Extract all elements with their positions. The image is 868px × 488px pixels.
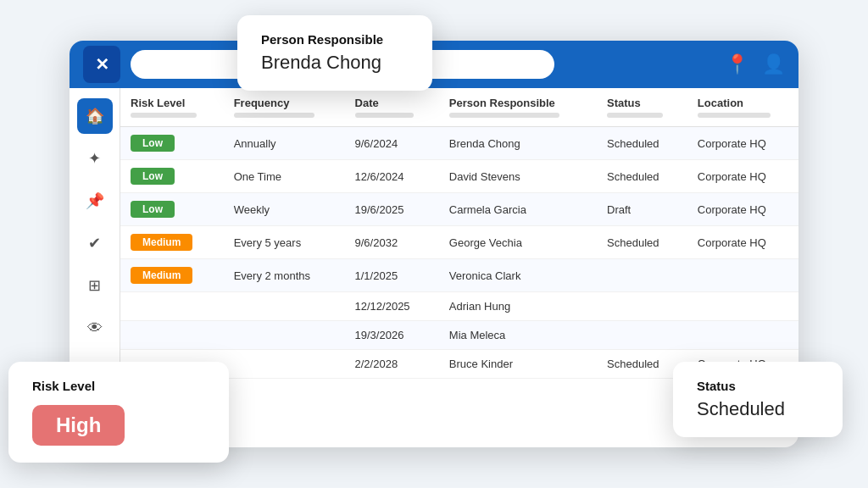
status-popup-label: Status <box>697 379 819 393</box>
cell-risk-level: Medium <box>120 259 224 292</box>
cell-status: Scheduled <box>597 226 687 259</box>
table-row[interactable]: LowWeekly19/6/2025Carmela GarciaDraftCor… <box>120 193 798 226</box>
cell-frequency: One Time <box>224 160 345 193</box>
cell-status <box>597 321 687 350</box>
cell-location: Corporate HQ <box>687 127 798 160</box>
cell-status: Scheduled <box>597 127 687 160</box>
col-date[interactable]: Date <box>345 88 439 127</box>
cell-person: Adrian Hung <box>439 292 597 321</box>
sidebar-item-home[interactable]: 🏠 <box>77 98 113 134</box>
user-icon[interactable]: 👤 <box>762 53 785 75</box>
cell-status <box>597 259 687 292</box>
cell-date: 19/3/2026 <box>345 321 439 350</box>
risk-popup: Risk Level High <box>8 362 229 463</box>
sidebar-item-share[interactable]: ✦ <box>77 141 113 176</box>
table-row[interactable]: 12/12/2025Adrian Hung <box>120 292 798 321</box>
cell-frequency <box>224 350 345 379</box>
cell-location <box>687 292 798 321</box>
table-row[interactable]: LowAnnually9/6/2024Brenda ChongScheduled… <box>120 127 798 160</box>
cell-frequency: Every 2 months <box>224 259 345 292</box>
cell-status <box>597 292 687 321</box>
cell-date: 19/6/2025 <box>345 193 439 226</box>
top-bar: ✕ 📍 👤 <box>70 41 798 88</box>
risk-badge: Medium <box>131 234 192 251</box>
cell-date: 9/6/2032 <box>345 226 439 259</box>
cell-date: 9/6/2024 <box>345 127 439 160</box>
cell-person: Brenda Chong <box>439 127 597 160</box>
table-row[interactable]: 19/3/2026Mia Meleca <box>120 321 798 350</box>
table-row[interactable]: MediumEvery 5 years9/6/2032George Vechia… <box>120 226 798 259</box>
sidebar-item-pin[interactable]: 📌 <box>77 183 113 219</box>
top-bar-icons: 📍 👤 <box>726 53 785 75</box>
cell-person: David Stevens <box>439 160 597 193</box>
cell-frequency <box>224 321 345 350</box>
cell-status: Draft <box>597 193 687 226</box>
cell-frequency: Every 5 years <box>224 226 345 259</box>
person-popup-label: Person Responsible <box>261 32 409 47</box>
col-status[interactable]: Status <box>597 88 687 127</box>
status-popup: Status Scheduled <box>673 362 843 437</box>
risk-popup-value: High <box>32 405 125 446</box>
cell-risk-level: Low <box>120 127 224 160</box>
cell-risk-level: Low <box>120 160 224 193</box>
location-icon[interactable]: 📍 <box>726 53 748 75</box>
cell-location: Corporate HQ <box>687 226 798 259</box>
cell-date: 12/6/2024 <box>345 160 439 193</box>
risk-popup-label: Risk Level <box>32 379 205 393</box>
person-popup: Person Responsible Brenda Chong <box>237 15 432 91</box>
cell-status: Scheduled <box>597 160 687 193</box>
cell-frequency <box>224 292 345 321</box>
table-row[interactable]: LowOne Time12/6/2024David StevensSchedul… <box>120 160 798 193</box>
col-person[interactable]: Person Responsible <box>439 88 597 127</box>
cell-risk-level: Medium <box>120 226 224 259</box>
cell-risk-level <box>120 321 224 350</box>
col-risk-level[interactable]: Risk Level <box>120 88 224 127</box>
table-row[interactable]: MediumEvery 2 months1/1/2025Veronica Cla… <box>120 259 798 292</box>
risk-badge: Low <box>131 201 175 218</box>
cell-frequency: Weekly <box>224 193 345 226</box>
cell-location <box>687 321 798 350</box>
cell-location <box>687 259 798 292</box>
status-popup-value: Scheduled <box>697 398 819 420</box>
cell-date: 2/2/2028 <box>345 350 439 379</box>
sidebar-item-grid[interactable]: ⊞ <box>77 268 113 303</box>
cell-location: Corporate HQ <box>687 193 798 226</box>
data-table: Risk Level Frequency Date <box>120 88 798 379</box>
col-location[interactable]: Location <box>687 88 798 127</box>
risk-badge: Medium <box>131 267 192 284</box>
cell-location: Corporate HQ <box>687 160 798 193</box>
sidebar-item-eye[interactable]: 👁 <box>77 310 113 346</box>
risk-badge: Low <box>131 135 175 152</box>
cell-person: Carmela Garcia <box>439 193 597 226</box>
cell-person: Mia Meleca <box>439 321 597 350</box>
person-popup-value: Brenda Chong <box>261 52 409 74</box>
logo[interactable]: ✕ <box>83 46 120 83</box>
cell-risk-level: Low <box>120 193 224 226</box>
cell-date: 1/1/2025 <box>345 259 439 292</box>
cell-person: Veronica Clark <box>439 259 597 292</box>
col-frequency[interactable]: Frequency <box>224 88 345 127</box>
cell-person: Bruce Kinder <box>439 350 597 379</box>
risk-badge: Low <box>131 168 175 185</box>
sidebar-item-check[interactable]: ✔ <box>77 225 113 261</box>
cell-frequency: Annually <box>224 127 345 160</box>
cell-risk-level <box>120 292 224 321</box>
cell-date: 12/12/2025 <box>345 292 439 321</box>
logo-icon: ✕ <box>95 54 109 75</box>
cell-person: George Vechia <box>439 226 597 259</box>
